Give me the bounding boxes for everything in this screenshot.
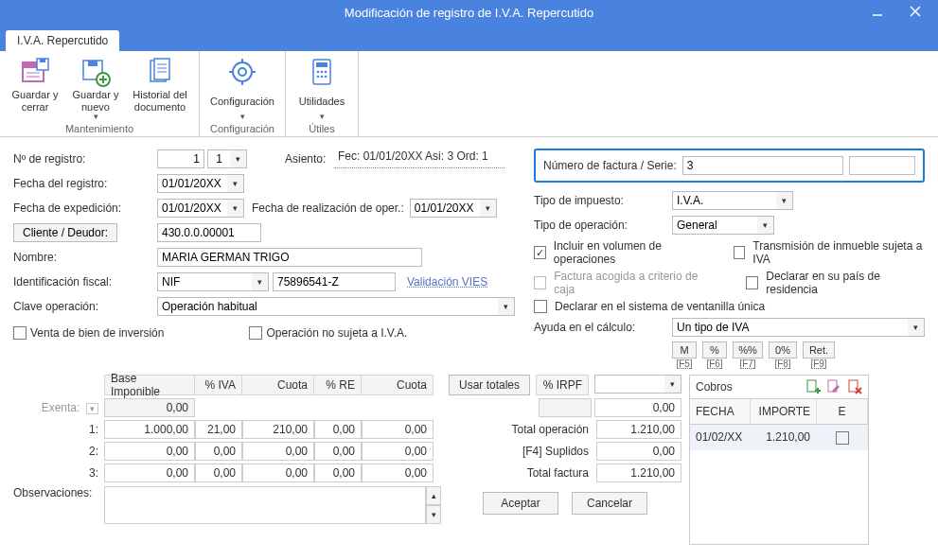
total-op-label: Total operación (488, 423, 593, 436)
cell-piva[interactable]: 21,00 (195, 420, 242, 439)
cell-piva[interactable]: 0,00 (195, 464, 242, 482)
n-registro-seq[interactable] (207, 149, 230, 168)
id-tipo-select[interactable] (157, 272, 252, 291)
ribbon: Guardar y cerrar Guardar y nuevo ▾ Histo… (0, 51, 938, 137)
observ-input[interactable] (104, 486, 426, 524)
close-button[interactable] (896, 0, 934, 23)
cell-cuota[interactable]: 0,00 (242, 464, 314, 482)
exenta-base: 0,00 (104, 398, 195, 417)
cell-base[interactable]: 1.000,00 (104, 420, 195, 439)
chevron-down-icon[interactable]: ▾ (908, 318, 925, 337)
svg-rect-8 (40, 59, 45, 62)
config-button[interactable]: Configuración ▾ (207, 55, 277, 121)
chevron-down-icon[interactable]: ▾ (776, 191, 793, 210)
ayuda-select[interactable] (672, 318, 908, 337)
chevron-down-icon[interactable]: ▾ (480, 199, 497, 218)
n-registro-input[interactable] (157, 149, 204, 168)
chevron-down-icon[interactable]: ▾ (664, 375, 681, 394)
cell-cuota2[interactable]: 0,00 (362, 420, 434, 439)
cliente-button[interactable]: Cliente / Deudor: (13, 223, 117, 242)
cell-base[interactable]: 0,00 (104, 442, 195, 461)
spin-up-button[interactable]: ▴ (426, 486, 441, 505)
save-close-button[interactable]: Guardar y cerrar (8, 55, 62, 121)
suplidos-value[interactable]: 0,00 (596, 442, 681, 461)
doc-edit-icon[interactable] (826, 379, 841, 394)
exenta-label: Exenta: ▾ (13, 401, 104, 414)
transmision-inmueble-check[interactable] (734, 246, 746, 259)
nombre-input[interactable] (157, 248, 422, 267)
id-fiscal-input[interactable] (273, 272, 396, 291)
doc-delete-icon[interactable] (847, 379, 862, 394)
chevron-down-icon[interactable]: ▾ (498, 297, 515, 316)
helper-m-button[interactable]: M (672, 341, 697, 359)
cell-cuota[interactable]: 0,00 (242, 442, 314, 461)
declarar-ventanilla-check[interactable] (534, 300, 547, 313)
svg-rect-33 (807, 380, 816, 392)
cell-piva[interactable]: 0,00 (195, 442, 242, 461)
incluir-volumen-check[interactable]: ✓ (534, 246, 546, 259)
col-cuota: Cuota (242, 375, 314, 395)
helper-pctpct-button[interactable]: %% (733, 341, 763, 359)
svg-rect-15 (154, 59, 169, 79)
cliente-input[interactable] (157, 223, 261, 242)
svg-rect-10 (88, 61, 97, 66)
tab-iva-repercutido[interactable]: I.V.A. Repercutido (6, 30, 119, 51)
id-fiscal-label: Identificación fiscal: (13, 275, 157, 289)
fecha-real-input[interactable] (410, 199, 480, 218)
doc-add-icon[interactable] (805, 379, 821, 394)
col-cuota2: Cuota (362, 375, 434, 395)
cell-cuota[interactable]: 210,00 (242, 420, 314, 439)
helper-zero-button[interactable]: 0% (769, 341, 797, 359)
suplidos-label: [F4] Suplidos (488, 445, 593, 458)
ribbon-group-configuracion: Configuración (207, 121, 277, 136)
cobros-row-check[interactable] (836, 431, 849, 445)
svg-rect-37 (849, 380, 858, 392)
cell-base[interactable]: 0,00 (104, 464, 195, 482)
cell-pre[interactable]: 0,00 (314, 464, 362, 482)
utilities-button[interactable]: Utilidades ▾ (293, 55, 350, 121)
fecha-exped-input[interactable] (157, 199, 227, 218)
total-fact-value: 1.210,00 (596, 464, 681, 482)
vies-link[interactable]: Validación VIES (407, 275, 487, 289)
cell-pre[interactable]: 0,00 (314, 420, 362, 439)
cancel-button[interactable]: Cancelar (572, 492, 647, 515)
save-new-button[interactable]: Guardar y nuevo ▾ (68, 55, 123, 121)
cell-pre[interactable]: 0,00 (314, 442, 362, 461)
clave-op-select[interactable] (157, 297, 498, 316)
ayuda-label: Ayuda en el cálculo: (534, 321, 672, 334)
cobros-row[interactable]: 01/02/XX 1.210,00 (690, 425, 868, 450)
col-piva: % IVA (195, 375, 242, 395)
usar-totales-button[interactable]: Usar totales (449, 375, 530, 395)
op-no-sujeta-check[interactable] (249, 326, 262, 340)
chevron-down-icon[interactable]: ▾ (227, 199, 244, 218)
declarar-pais-check[interactable] (746, 276, 758, 289)
helper-ret-button[interactable]: Ret. (803, 341, 835, 359)
tipo-impuesto-select[interactable] (672, 191, 776, 210)
fecha-exped-label: Fecha de expedición: (13, 201, 157, 215)
serie-input[interactable] (849, 156, 915, 175)
helper-pct-button[interactable]: % (702, 341, 727, 359)
tipo-operacion-label: Tipo de operación: (534, 219, 672, 232)
minimize-button[interactable] (858, 0, 896, 23)
venta-inversion-check[interactable] (13, 326, 27, 340)
chevron-down-icon[interactable]: ▾ (230, 149, 247, 168)
chevron-down-icon[interactable]: ▾ (227, 174, 244, 193)
num-factura-input[interactable] (682, 156, 843, 175)
fecha-registro-input[interactable] (157, 174, 227, 193)
tipo-operacion-select[interactable] (672, 216, 757, 235)
irpf-pct (539, 398, 592, 417)
cobros-col-e: E (817, 399, 868, 424)
history-button[interactable]: Historial del documento (129, 55, 191, 121)
chevron-down-icon[interactable]: ▾ (86, 403, 98, 414)
accept-button[interactable]: Aceptar (483, 492, 558, 515)
cell-cuota2[interactable]: 0,00 (362, 442, 434, 461)
chevron-down-icon[interactable]: ▾ (757, 216, 774, 235)
irpf-select[interactable] (594, 375, 664, 394)
clave-op-label: Clave operación: (13, 300, 157, 313)
spin-down-button[interactable]: ▾ (426, 505, 441, 524)
asiento-value: Fec: 01/01/20XX Asi: 3 Ord: 1 (334, 149, 504, 168)
chevron-down-icon[interactable]: ▾ (252, 272, 269, 291)
ribbon-group-utiles: Útiles (293, 121, 350, 136)
cell-cuota2[interactable]: 0,00 (362, 464, 434, 482)
svg-point-27 (317, 71, 320, 74)
